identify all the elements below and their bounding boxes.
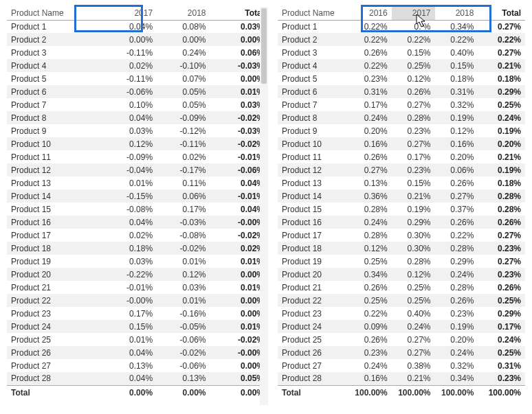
table-row[interactable]: Product 14-0.15%0.06%-0.01% xyxy=(7,189,268,203)
col-header-year-2017[interactable]: 2017 xyxy=(392,7,435,20)
cell-product-name: Product 19 xyxy=(278,255,348,268)
table-row[interactable]: Product 80.24%0.28%0.19%0.24% xyxy=(278,111,525,124)
cell-value: -0.06% xyxy=(157,359,210,372)
cell-product-name: Product 4 xyxy=(7,59,104,72)
table-row[interactable]: Product 20.00%0.00%0.00% xyxy=(7,33,268,46)
cell-value: 0.20% xyxy=(435,150,478,163)
table-row[interactable]: Product 12-0.04%-0.17%-0.06% xyxy=(7,163,268,176)
table-row[interactable]: Product 20-0.22%0.12%0.00% xyxy=(7,268,268,281)
cell-product-name: Product 2 xyxy=(7,33,104,46)
table-row[interactable]: Product 100.12%-0.11%-0.02% xyxy=(7,137,268,150)
footer-val-2018: 0.00% xyxy=(157,385,210,399)
table-row[interactable]: Product 280.04%0.13%0.05% xyxy=(7,372,268,385)
cell-value: 0.15% xyxy=(392,176,435,189)
table-row[interactable]: Product 15-0.08%0.17%0.04% xyxy=(7,203,268,216)
cell-total: 0.28% xyxy=(478,189,525,203)
col-header-year-2017[interactable]: 2017 xyxy=(104,7,157,20)
cell-value: -0.04% xyxy=(104,163,157,176)
right-footer-row: Total 100.00% 100.00% 100.00% 100.00% xyxy=(278,385,525,399)
cell-value: 0.05% xyxy=(157,98,210,111)
table-row[interactable]: Product 40.22%0.25%0.15%0.21% xyxy=(278,59,525,72)
cell-product-name: Product 2 xyxy=(278,33,348,46)
table-row[interactable]: Product 5-0.11%0.07%0.00% xyxy=(7,72,268,85)
scrollbar-thumb[interactable] xyxy=(261,8,267,84)
cell-product-name: Product 11 xyxy=(7,150,104,163)
col-header-year-2018[interactable]: 2018 xyxy=(157,7,210,20)
cell-value: -0.02% xyxy=(157,346,210,359)
table-row[interactable]: Product 90.03%-0.12%-0.03% xyxy=(7,124,268,137)
table-row[interactable]: Product 150.28%0.19%0.37%0.28% xyxy=(278,203,525,216)
cell-product-name: Product 10 xyxy=(278,137,348,150)
cell-value: -0.22% xyxy=(104,268,157,281)
table-row[interactable]: Product 10.04%0.08%0.03% xyxy=(7,20,268,33)
cell-total: 0.19% xyxy=(478,124,525,137)
table-row[interactable]: Product 50.23%0.12%0.18%0.18% xyxy=(278,72,525,85)
cell-value: -0.11% xyxy=(104,46,157,59)
table-row[interactable]: Product 280.16%0.21%0.34%0.23% xyxy=(278,372,525,385)
cell-product-name: Product 7 xyxy=(278,98,348,111)
cell-value: 0.03% xyxy=(157,281,210,294)
table-row[interactable]: Product 160.24%0.29%0.26%0.26% xyxy=(278,216,525,229)
table-row[interactable]: Product 160.04%-0.03%-0.00% xyxy=(7,216,268,229)
table-row[interactable]: Product 70.17%0.27%0.32%0.25% xyxy=(278,98,525,111)
cell-product-name: Product 25 xyxy=(278,333,348,346)
cell-value: -0.06% xyxy=(104,85,157,98)
col-header-product-name[interactable]: Product Name xyxy=(278,7,348,20)
col-header-year-2016[interactable]: 2016 xyxy=(348,7,392,20)
table-row[interactable]: Product 22-0.00%0.01%0.00% xyxy=(7,294,268,307)
table-row[interactable]: Product 240.15%-0.05%0.01% xyxy=(7,320,268,333)
table-row[interactable]: Product 20.22%0.22%0.22%0.22% xyxy=(278,33,525,46)
table-row[interactable]: Product 120.27%0.23%0.06%0.19% xyxy=(278,163,525,176)
table-row[interactable]: Product 140.36%0.21%0.27%0.28% xyxy=(278,189,525,203)
table-row[interactable]: Product 210.26%0.25%0.28%0.26% xyxy=(278,281,525,294)
table-row[interactable]: Product 3-0.11%0.24%0.06% xyxy=(7,46,268,59)
table-row[interactable]: Product 270.13%-0.06%0.00% xyxy=(7,359,268,372)
table-row[interactable]: Product 60.31%0.26%0.31%0.29% xyxy=(278,85,525,98)
table-row[interactable]: Product 250.01%-0.06%-0.02% xyxy=(7,333,268,346)
table-row[interactable]: Product 130.13%0.15%0.26%0.18% xyxy=(278,176,525,189)
table-row[interactable]: Product 6-0.06%0.05%0.01% xyxy=(7,85,268,98)
table-row[interactable]: Product 11-0.09%0.02%-0.01% xyxy=(7,150,268,163)
col-header-product-name[interactable]: Product Name xyxy=(7,7,104,20)
table-row[interactable]: Product 90.20%0.23%0.12%0.19% xyxy=(278,124,525,137)
cell-product-name: Product 8 xyxy=(7,111,104,124)
table-row[interactable]: Product 180.18%-0.02%0.02% xyxy=(7,242,268,255)
cell-value: 0.24% xyxy=(392,320,435,333)
cell-product-name: Product 23 xyxy=(278,307,348,320)
table-row[interactable]: Product 130.01%0.11%0.04% xyxy=(7,176,268,189)
cell-value: 0.02% xyxy=(157,150,210,163)
table-row[interactable]: Product 190.25%0.28%0.29%0.27% xyxy=(278,255,525,268)
table-row[interactable]: Product 170.02%-0.08%-0.02% xyxy=(7,229,268,242)
table-row[interactable]: Product 250.26%0.27%0.20%0.24% xyxy=(278,333,525,346)
table-row[interactable]: Product 10.22%0. %0.34%0.27% xyxy=(278,20,525,33)
cell-value: 0.22% xyxy=(435,229,478,242)
cell-product-name: Product 4 xyxy=(278,59,348,72)
cell-value: 0.07% xyxy=(157,72,210,85)
table-row[interactable]: Product 220.25%0.25%0.26%0.25% xyxy=(278,294,525,307)
table-row[interactable]: Product 240.09%0.24%0.19%0.17% xyxy=(278,320,525,333)
left-scrollbar[interactable] xyxy=(260,7,268,405)
cell-value: 0.26% xyxy=(435,216,478,229)
cell-value: 0.13% xyxy=(157,372,210,385)
table-row[interactable]: Product 170.28%0.30%0.22%0.27% xyxy=(278,229,525,242)
cell-product-name: Product 26 xyxy=(278,346,348,359)
table-row[interactable]: Product 100.16%0.27%0.16%0.20% xyxy=(278,137,525,150)
table-row[interactable]: Product 270.24%0.38%0.32%0.31% xyxy=(278,359,525,372)
table-row[interactable]: Product 190.03%0.01%0.01% xyxy=(7,255,268,268)
table-row[interactable]: Product 40.02%-0.10%-0.03% xyxy=(7,59,268,72)
table-row[interactable]: Product 180.12%0.30%0.28%0.23% xyxy=(278,242,525,255)
cell-product-name: Product 1 xyxy=(278,20,348,33)
table-row[interactable]: Product 200.34%0.12%0.24%0.23% xyxy=(278,268,525,281)
table-row[interactable]: Product 110.26%0.17%0.20%0.21% xyxy=(278,150,525,163)
table-row[interactable]: Product 230.22%0.40%0.23%0.29% xyxy=(278,307,525,320)
table-row[interactable]: Product 260.23%0.27%0.24%0.25% xyxy=(278,346,525,359)
table-row[interactable]: Product 30.26%0.15%0.40%0.27% xyxy=(278,46,525,59)
table-row[interactable]: Product 230.17%-0.16%0.00% xyxy=(7,307,268,320)
table-row[interactable]: Product 260.04%-0.02%-0.00% xyxy=(7,346,268,359)
table-row[interactable]: Product 80.04%-0.09%-0.02% xyxy=(7,111,268,124)
table-row[interactable]: Product 21-0.01%0.03%0.01% xyxy=(7,281,268,294)
col-header-total[interactable]: Total xyxy=(478,7,525,20)
col-header-year-2018[interactable]: 2018 xyxy=(435,7,478,20)
cell-value: 0.16% xyxy=(348,137,392,150)
table-row[interactable]: Product 70.10%0.05%0.03% xyxy=(7,98,268,111)
